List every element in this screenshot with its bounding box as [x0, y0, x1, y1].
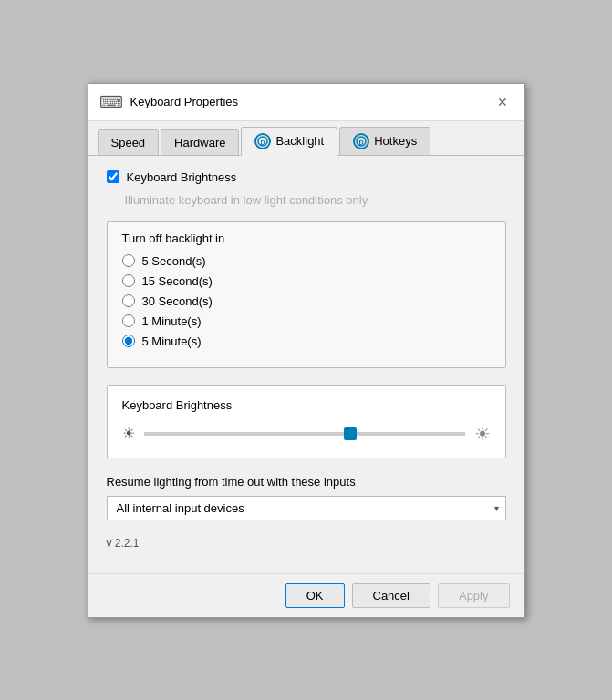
resume-lighting-label: Resume lighting from time out with these…: [107, 475, 506, 489]
dell-icon-backlight: D: [254, 133, 271, 149]
resume-input-dropdown-wrapper: All internal input devices Keyboard only…: [107, 496, 506, 520]
radio-5m[interactable]: [122, 335, 135, 347]
dialog-footer: OK Cancel Apply: [88, 573, 524, 617]
ok-button[interactable]: OK: [285, 583, 345, 608]
radio-5s-label[interactable]: 5 Second(s): [142, 254, 206, 268]
resume-lighting-section: Resume lighting from time out with these…: [107, 475, 506, 520]
close-button[interactable]: ✕: [492, 91, 513, 113]
resume-input-dropdown[interactable]: All internal input devices Keyboard only…: [107, 496, 506, 520]
radio-1m[interactable]: [122, 314, 135, 327]
tab-hotkeys-label: Hotkeys: [374, 134, 417, 148]
brightness-slider-row: ☀ ☀: [122, 423, 491, 445]
backlight-timer-label: Turn off backlight in: [122, 232, 491, 245]
radio-5m-label[interactable]: 5 Minute(s): [142, 335, 202, 348]
svg-text:D: D: [359, 139, 364, 145]
tab-bar: Speed Hardware D Backlight D Hotkeys: [88, 121, 524, 156]
radio-5m-row: 5 Minute(s): [122, 335, 491, 348]
low-light-label: Illuminate keyboard in low light conditi…: [125, 193, 506, 207]
backlight-timer-group: Turn off backlight in 5 Second(s) 15 Sec…: [107, 221, 506, 368]
tab-hardware-label: Hardware: [174, 136, 225, 149]
tab-hardware[interactable]: Hardware: [161, 129, 239, 155]
cancel-button[interactable]: Cancel: [352, 583, 430, 608]
radio-1m-label[interactable]: 1 Minute(s): [142, 314, 202, 328]
version-label: v 2.2.1: [107, 537, 506, 550]
title-bar: ⌨ Keyboard Properties ✕: [88, 84, 524, 121]
radio-15s-row: 15 Second(s): [122, 274, 491, 288]
radio-30s-row: 30 Second(s): [122, 294, 491, 308]
keyboard-brightness-row: Keyboard Brightness: [107, 170, 506, 184]
radio-1m-row: 1 Minute(s): [122, 314, 491, 328]
keyboard-icon: ⌨: [99, 92, 123, 112]
tab-speed[interactable]: Speed: [98, 129, 160, 155]
keyboard-properties-dialog: ⌨ Keyboard Properties ✕ Speed Hardware D…: [88, 83, 525, 618]
tab-backlight-label: Backlight: [275, 134, 324, 148]
keyboard-brightness-label[interactable]: Keyboard Brightness: [127, 170, 237, 184]
radio-30s-label[interactable]: 30 Second(s): [142, 294, 213, 308]
keyboard-brightness-checkbox[interactable]: [107, 170, 119, 183]
brightness-slider-container: [144, 425, 465, 443]
apply-button[interactable]: Apply: [438, 583, 510, 608]
radio-15s-label[interactable]: 15 Second(s): [142, 274, 213, 288]
radio-30s[interactable]: [122, 294, 135, 307]
svg-text:D: D: [261, 139, 265, 145]
radio-5s[interactable]: [122, 254, 135, 267]
radio-15s[interactable]: [122, 274, 135, 287]
dialog-title: Keyboard Properties: [130, 95, 239, 108]
brightness-section-label: Keyboard Brightness: [122, 398, 491, 412]
dell-icon-hotkeys: D: [353, 133, 369, 149]
tab-backlight[interactable]: D Backlight: [241, 127, 337, 156]
brightness-slider-section: Keyboard Brightness ☀ ☀: [107, 385, 506, 458]
brightness-slider[interactable]: [144, 432, 465, 436]
tab-hotkeys[interactable]: D Hotkeys: [339, 127, 430, 155]
tab-speed-label: Speed: [111, 136, 146, 149]
sun-large-icon: ☀: [474, 423, 491, 445]
tab-content-backlight: Keyboard Brightness Illuminate keyboard …: [88, 156, 524, 573]
radio-5s-row: 5 Second(s): [122, 254, 491, 268]
title-bar-left: ⌨ Keyboard Properties: [99, 92, 239, 112]
sun-small-icon: ☀: [122, 425, 135, 442]
